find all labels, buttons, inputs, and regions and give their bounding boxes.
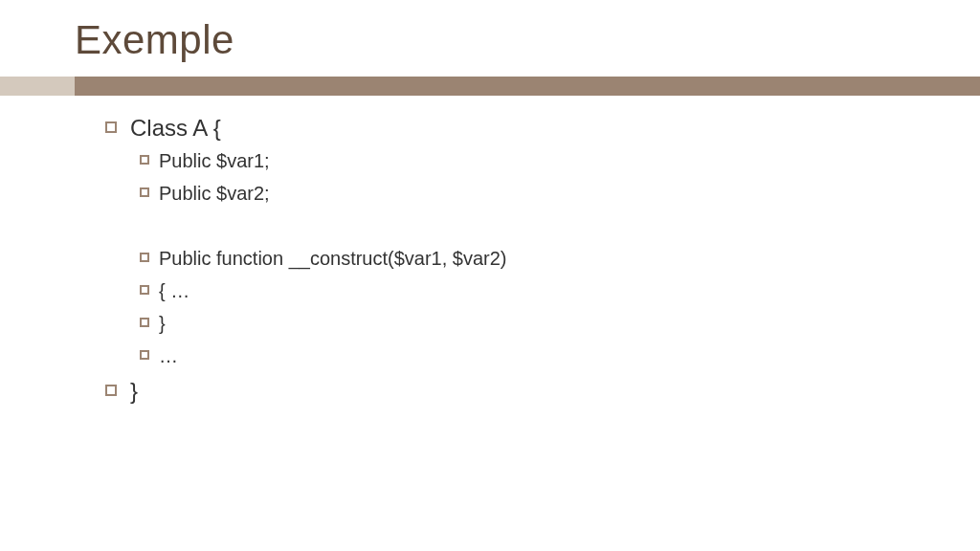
- divider-left-segment: [0, 77, 75, 96]
- bullet-text: Class A {: [130, 113, 221, 143]
- bullet-text: Public $var2;: [159, 181, 270, 206]
- bullet-text: Public $var1;: [159, 148, 270, 173]
- square-bullet-icon: [140, 318, 149, 327]
- bullet-text: }: [130, 376, 138, 406]
- divider-right-segment: [75, 77, 980, 96]
- bullet-level1: }: [105, 376, 905, 406]
- bullet-level2: Public function __construct($var1, $var2…: [140, 246, 905, 271]
- bullet-level2: …: [140, 343, 905, 368]
- square-bullet-icon: [140, 253, 149, 262]
- square-bullet-icon: [140, 350, 149, 360]
- square-bullet-icon: [105, 385, 117, 396]
- square-bullet-icon: [140, 155, 149, 165]
- bullet-level2: }: [140, 311, 905, 336]
- bullet-level2: Public $var2;: [140, 181, 905, 206]
- square-bullet-icon: [140, 187, 149, 197]
- bullet-level2: { …: [140, 278, 905, 303]
- bullet-text: { …: [159, 278, 189, 303]
- square-bullet-icon: [105, 121, 117, 133]
- bullet-level2: Public $var1;: [140, 148, 905, 173]
- bullet-level1: Class A {: [105, 113, 905, 143]
- square-bullet-icon: [140, 285, 149, 295]
- bullet-text: Public function __construct($var1, $var2…: [159, 246, 507, 271]
- title-divider: [0, 77, 980, 96]
- spacer: [140, 213, 905, 238]
- bullet-text: }: [159, 311, 166, 336]
- bullet-text: …: [159, 343, 178, 368]
- slide-container: Exemple Class A { Public $var1; Public $…: [0, 0, 980, 551]
- content-area: Class A { Public $var1; Public $var2; Pu…: [0, 96, 980, 406]
- slide-title: Exemple: [0, 17, 980, 63]
